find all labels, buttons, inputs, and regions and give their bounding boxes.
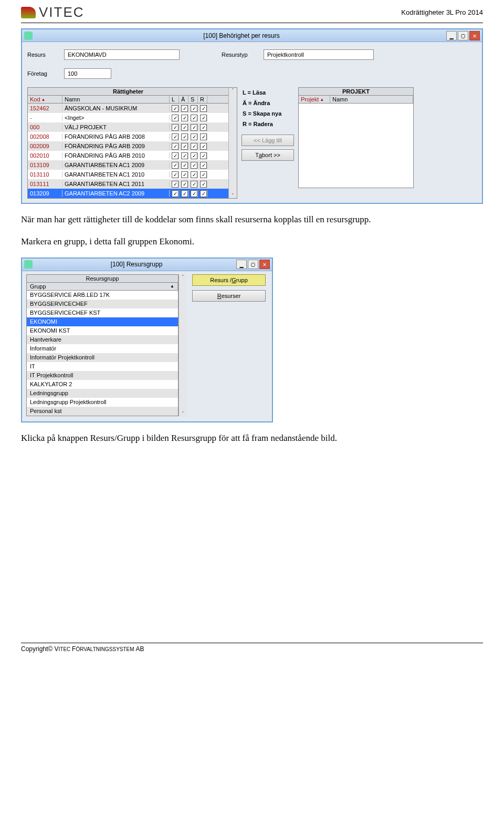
checkbox-icon[interactable]: ✓ xyxy=(200,152,207,159)
scroll-up-icon[interactable]: ˄ xyxy=(229,88,237,93)
checkbox-icon[interactable]: ✓ xyxy=(172,181,178,188)
window-titlebar[interactable]: [100] Behörighet per resurs ▁ ▢ ✕ xyxy=(22,29,482,42)
col-r[interactable]: R xyxy=(198,96,207,103)
scroll-down-icon[interactable]: ˅ xyxy=(179,411,187,416)
checkbox-cell[interactable]: ✓ xyxy=(170,162,179,169)
checkbox-cell[interactable]: ✓ xyxy=(179,143,188,150)
checkbox-icon[interactable]: ✓ xyxy=(181,171,188,178)
resurs-input[interactable] xyxy=(64,49,180,60)
list-item[interactable]: Personal kst xyxy=(27,407,178,416)
table-row[interactable]: 152462ÄNGSKOLAN - MUSIKRUM✓✓✓✓ xyxy=(28,104,228,113)
checkbox-icon[interactable]: ✓ xyxy=(200,143,207,150)
checkbox-icon[interactable]: ✓ xyxy=(200,105,207,112)
list-item[interactable]: BYGGSERVICECHEF KST xyxy=(27,308,178,317)
list-item[interactable]: Ledningsgrupp Projektkontroll xyxy=(27,398,178,407)
checkbox-icon[interactable]: ✓ xyxy=(191,190,197,197)
checkbox-icon[interactable]: ✓ xyxy=(181,190,188,197)
resurs-grupp-button[interactable]: Resurs / Grupp xyxy=(192,274,266,286)
checkbox-cell[interactable]: ✓ xyxy=(170,105,179,112)
checkbox-icon[interactable]: ✓ xyxy=(172,124,178,131)
col-namn[interactable]: Namn xyxy=(62,96,170,103)
checkbox-icon[interactable]: ✓ xyxy=(181,124,188,131)
checkbox-icon[interactable]: ✓ xyxy=(181,133,188,140)
checkbox-icon[interactable]: ✓ xyxy=(200,133,207,140)
list-item[interactable]: EKONOMI xyxy=(27,317,178,326)
checkbox-icon[interactable]: ✓ xyxy=(200,181,207,188)
checkbox-cell[interactable]: ✓ xyxy=(179,190,188,197)
checkbox-icon[interactable]: ✓ xyxy=(172,162,178,169)
resursgrupp-scrollbar[interactable]: ˄ ˅ xyxy=(178,274,187,416)
checkbox-cell[interactable]: ✓ xyxy=(170,171,179,178)
checkbox-icon[interactable]: ✓ xyxy=(181,152,188,159)
checkbox-icon[interactable]: ✓ xyxy=(181,181,188,188)
list-item[interactable]: BYGGSERVICECHEF xyxy=(27,300,178,308)
checkbox-cell[interactable]: ✓ xyxy=(198,152,207,159)
checkbox-icon[interactable]: ✓ xyxy=(172,115,178,121)
checkbox-icon[interactable]: ✓ xyxy=(181,143,188,150)
checkbox-icon[interactable]: ✓ xyxy=(191,171,197,178)
table-row[interactable]: 000VÄLJ PROJEKT✓✓✓✓ xyxy=(28,122,228,132)
checkbox-cell[interactable]: ✓ xyxy=(170,115,179,121)
checkbox-cell[interactable]: ✓ xyxy=(170,152,179,159)
checkbox-icon[interactable]: ✓ xyxy=(200,115,207,121)
col-projekt-namn[interactable]: Namn xyxy=(330,96,413,103)
checkbox-cell[interactable]: ✓ xyxy=(179,152,188,159)
list-item[interactable]: Informatör xyxy=(27,344,178,353)
list-item[interactable]: IT Projektkontroll xyxy=(27,371,178,380)
add-button[interactable]: << Lägg till xyxy=(242,135,294,146)
table-row[interactable]: 013110GARANTIARBETEN AC1 2010✓✓✓✓ xyxy=(28,170,228,179)
table-row[interactable]: 002009FÖRÄNDRING PÅG ARB 2009✓✓✓✓ xyxy=(28,141,228,151)
checkbox-icon[interactable]: ✓ xyxy=(191,143,197,150)
foretag-input[interactable] xyxy=(64,68,111,79)
checkbox-cell[interactable]: ✓ xyxy=(188,162,198,169)
scroll-up-icon[interactable]: ˄ xyxy=(179,274,187,280)
table-row[interactable]: 002010FÖRÄNDRING PÅG ARB 2010✓✓✓✓ xyxy=(28,151,228,160)
checkbox-icon[interactable]: ✓ xyxy=(200,162,207,169)
checkbox-cell[interactable]: ✓ xyxy=(188,105,198,112)
checkbox-cell[interactable]: ✓ xyxy=(179,181,188,188)
col-l[interactable]: L xyxy=(170,96,179,103)
list-item[interactable]: Ledningsgrupp xyxy=(27,389,178,398)
checkbox-cell[interactable]: ✓ xyxy=(188,143,198,150)
checkbox-icon[interactable]: ✓ xyxy=(191,162,197,169)
list-item[interactable]: EKONOMI KST xyxy=(27,326,178,335)
checkbox-cell[interactable]: ✓ xyxy=(179,115,188,121)
checkbox-icon[interactable]: ✓ xyxy=(191,124,197,131)
checkbox-cell[interactable]: ✓ xyxy=(188,133,198,140)
checkbox-icon[interactable]: ✓ xyxy=(181,115,188,121)
checkbox-cell[interactable]: ✓ xyxy=(170,124,179,131)
checkbox-cell[interactable]: ✓ xyxy=(198,115,207,121)
checkbox-icon[interactable]: ✓ xyxy=(181,162,188,169)
checkbox-icon[interactable]: ✓ xyxy=(191,105,197,112)
col-grupp[interactable]: Grupp ▲ xyxy=(27,283,178,290)
checkbox-cell[interactable]: ✓ xyxy=(179,124,188,131)
checkbox-cell[interactable]: ✓ xyxy=(170,181,179,188)
checkbox-cell[interactable]: ✓ xyxy=(198,143,207,150)
checkbox-icon[interactable]: ✓ xyxy=(172,190,178,197)
checkbox-cell[interactable]: ✓ xyxy=(188,124,198,131)
list-item[interactable]: KALKYLATOR 2 xyxy=(27,380,178,389)
checkbox-icon[interactable]: ✓ xyxy=(172,143,178,150)
close-button[interactable]: ✕ xyxy=(469,31,480,40)
col-kod[interactable]: Kod ▲ xyxy=(28,96,62,103)
list-item[interactable]: BYGGSERVICE ARB.LED 17K xyxy=(27,291,178,300)
table-row[interactable]: -<Inget>✓✓✓✓ xyxy=(28,113,228,122)
table-row[interactable]: 013209GARANTIARBETEN AC2 2009✓✓✓✓ xyxy=(28,189,228,198)
rights-scrollbar[interactable]: ˄ ˅ xyxy=(228,88,237,198)
maximize-button[interactable]: ▢ xyxy=(458,31,468,40)
remove-button[interactable]: Ta bort >> xyxy=(242,149,294,161)
checkbox-icon[interactable]: ✓ xyxy=(172,105,178,112)
close-button[interactable]: ✕ xyxy=(259,260,270,269)
checkbox-icon[interactable]: ✓ xyxy=(191,115,197,121)
checkbox-cell[interactable]: ✓ xyxy=(198,124,207,131)
checkbox-cell[interactable]: ✓ xyxy=(170,190,179,197)
minimize-button[interactable]: ▁ xyxy=(236,260,247,269)
checkbox-icon[interactable]: ✓ xyxy=(200,171,207,178)
checkbox-cell[interactable]: ✓ xyxy=(170,133,179,140)
checkbox-icon[interactable]: ✓ xyxy=(200,124,207,131)
checkbox-cell[interactable]: ✓ xyxy=(198,133,207,140)
scroll-down-icon[interactable]: ˅ xyxy=(229,193,237,198)
checkbox-cell[interactable]: ✓ xyxy=(179,133,188,140)
checkbox-cell[interactable]: ✓ xyxy=(188,181,198,188)
maximize-button[interactable]: ▢ xyxy=(248,260,258,269)
